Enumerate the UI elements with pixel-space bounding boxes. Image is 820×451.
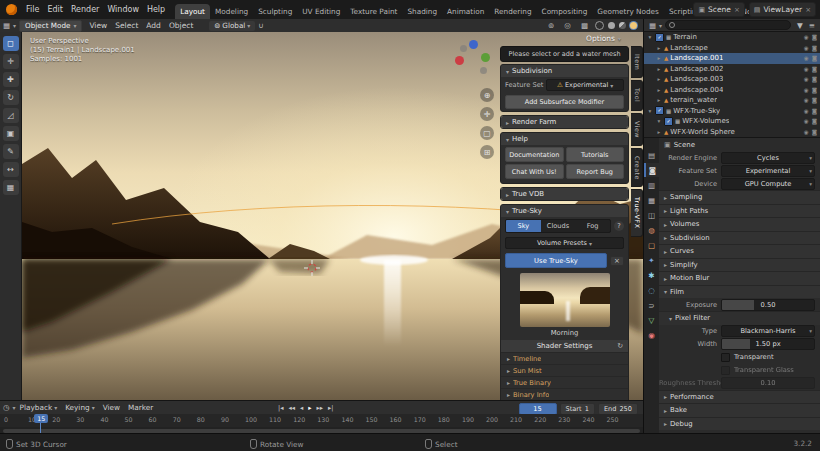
zoom-icon[interactable]: ⊕ (480, 88, 494, 102)
outliner-row[interactable]: ▸▲Landscape.004◉◙ (644, 85, 820, 96)
menu-edit[interactable]: Edit (43, 5, 67, 14)
prev-keyframe-button[interactable]: ◂◂ (288, 404, 295, 412)
device-dropdown[interactable]: GPU Compute ▾ (721, 178, 815, 190)
viewport-menu-select[interactable]: Select (111, 21, 142, 30)
transparent-checkbox[interactable] (721, 353, 730, 362)
properties-tab-particles[interactable]: ✱ (644, 268, 659, 282)
play-reverse-button[interactable]: ◂ (300, 404, 303, 412)
workspace-tab-sculpting[interactable]: Sculpting (253, 4, 297, 19)
section-motion-blur[interactable]: ▸Motion Blur (659, 271, 820, 285)
menu-file[interactable]: File (22, 5, 43, 14)
workspace-tab-texture-paint[interactable]: Texture Paint (345, 4, 402, 19)
refresh-icon[interactable]: ↻ (617, 342, 623, 350)
properties-tab-material[interactable]: ◉ (644, 328, 659, 342)
tool-annotate[interactable]: ✎ (3, 144, 19, 159)
camera-view-icon[interactable]: ▢ (480, 126, 494, 140)
help-tutorials-button[interactable]: Tutorials (566, 147, 625, 162)
render-engine-dropdown[interactable]: Cycles ▾ (721, 152, 815, 164)
outliner-row[interactable]: ▾✓▦WFX-Volumes◉◙ (644, 116, 820, 127)
navigation-gizmo[interactable] (454, 40, 490, 76)
tool-cursor[interactable]: ✛ (3, 54, 19, 69)
play-button[interactable]: ▸ (308, 404, 311, 412)
workspace-tab-layout[interactable]: Layout (175, 4, 210, 19)
viewport-menu-add[interactable]: Add (142, 21, 165, 30)
help-report-bug-button[interactable]: Report Bug (566, 164, 625, 179)
workspace-tab-rendering[interactable]: Rendering (489, 4, 536, 19)
chevron-down-icon[interactable]: ▾ (647, 34, 653, 40)
workspace-tab-shading[interactable]: Shading (402, 4, 442, 19)
menu-window[interactable]: Window (103, 5, 143, 14)
snap-magnet-icon[interactable]: ∪ (255, 21, 267, 30)
jump-start-button[interactable]: |◂ (278, 404, 283, 412)
remove-true-sky-button[interactable]: × (610, 256, 624, 266)
workspace-tab-compositing[interactable]: Compositing (537, 4, 593, 19)
properties-tab-render[interactable]: ◙ (644, 163, 659, 177)
tool-move[interactable]: ✚ (3, 72, 19, 87)
properties-tab-constraints[interactable]: ⊃ (644, 298, 659, 312)
workspace-tab-modeling[interactable]: Modeling (210, 4, 253, 19)
section-performance[interactable]: ▸Performance (659, 390, 820, 404)
eye-icon[interactable]: ◉ (804, 34, 809, 40)
transparent-glass-checkbox[interactable] (721, 366, 730, 375)
properties-tab-world[interactable]: ◍ (644, 223, 659, 237)
axis-neg-icon[interactable] (480, 67, 487, 74)
eye-icon[interactable]: ◉ (804, 129, 809, 135)
chevron-right-icon[interactable]: ▸ (656, 129, 662, 135)
properties-tab-object-data[interactable]: ▽ (644, 313, 659, 327)
chevron-right-icon[interactable]: ▸ (656, 55, 662, 61)
true-vdb-panel-header[interactable]: ▸ True VDB (501, 188, 628, 200)
roughness-threshold-slider[interactable]: 0.10 (721, 377, 815, 389)
shader-row-sun-mist[interactable]: ▸Sun Mist (501, 364, 628, 376)
panel-tab-view[interactable]: View (631, 113, 643, 146)
eye-icon[interactable]: ◉ (804, 118, 809, 124)
eye-icon[interactable]: ◉ (804, 97, 809, 103)
properties-tab-view-layer[interactable]: ▦ (644, 193, 659, 207)
current-frame-field[interactable]: 15 (519, 403, 557, 415)
subdivision-panel-header[interactable]: ▾ Subdivision (501, 65, 628, 77)
camera-icon[interactable]: ◙ (812, 108, 817, 114)
camera-icon[interactable]: ◙ (812, 87, 817, 93)
blender-logo-icon[interactable] (6, 4, 17, 15)
properties-tab-object[interactable]: ▢ (644, 238, 659, 252)
outliner-row[interactable]: ▸▲Landscape.001◉◙ (644, 53, 820, 64)
outliner-row[interactable]: ▸▲Landscape◉◙ (644, 43, 820, 54)
panel-tab-true-vfx[interactable]: True-VFX (631, 189, 643, 237)
checkbox[interactable]: ✓ (655, 33, 664, 42)
overlays-toggle-icon[interactable]: ◎ (561, 21, 574, 30)
viewport-menu-view[interactable]: View (85, 21, 111, 30)
tab-fog[interactable]: Fog (575, 220, 610, 232)
tab-clouds[interactable]: Clouds (541, 220, 576, 232)
timeline-ruler[interactable]: 0102030405060708090100110120130140150160… (0, 414, 643, 427)
search-input[interactable] (665, 20, 791, 30)
shading-rendered-icon[interactable] (630, 22, 637, 29)
menu-render[interactable]: Render (67, 5, 103, 14)
viewlayer-selector[interactable]: ▤ ViewLayer × (749, 2, 816, 17)
checkbox[interactable]: ✓ (655, 106, 664, 115)
xray-toggle-icon[interactable]: ▩ (578, 21, 591, 30)
axis-neg-icon[interactable] (460, 45, 467, 52)
feature-set-dropdown[interactable]: Experimental ▾ (721, 165, 815, 177)
timeline-menu-view[interactable]: View (99, 403, 124, 412)
camera-icon[interactable]: ◙ (812, 118, 817, 124)
axis-y-icon[interactable] (481, 53, 490, 62)
add-subsurface-modifier-button[interactable]: Add Subsurface Modifier (505, 95, 624, 109)
outliner-row[interactable]: ▸▲Landscape.002◉◙ (644, 64, 820, 75)
shader-settings-header[interactable]: Shader Settings ↻ (501, 340, 628, 352)
frame-start-field[interactable]: Start 1 (560, 403, 595, 415)
properties-tab-physics[interactable]: ◌ (644, 283, 659, 297)
outliner-row[interactable]: ▸▲WFX-World Sphere◉◙ (644, 127, 820, 138)
eye-icon[interactable]: ◉ (804, 55, 809, 61)
tool-add-cube[interactable]: ▦ (3, 180, 19, 195)
filter-icon[interactable]: ▼ (794, 21, 806, 30)
tool-transform[interactable]: ▣ (3, 126, 19, 141)
exposure-slider[interactable]: 0.50 (721, 299, 815, 311)
shader-row-true-binary[interactable]: ▸True Binary (501, 376, 628, 388)
next-keyframe-button[interactable]: ▸▸ (317, 404, 324, 412)
gizmos-toggle-icon[interactable]: ⊚ (545, 21, 557, 30)
help-circle-icon[interactable]: ? (614, 221, 624, 231)
section-light-paths[interactable]: ▸Light Paths (659, 204, 820, 218)
close-icon[interactable]: × (734, 6, 740, 14)
outliner-row[interactable]: ▾✓▦WFX-True-Sky◉◙ (644, 106, 820, 117)
checkbox[interactable]: ✓ (664, 117, 673, 126)
properties-tab-output[interactable]: ▥ (644, 178, 659, 192)
